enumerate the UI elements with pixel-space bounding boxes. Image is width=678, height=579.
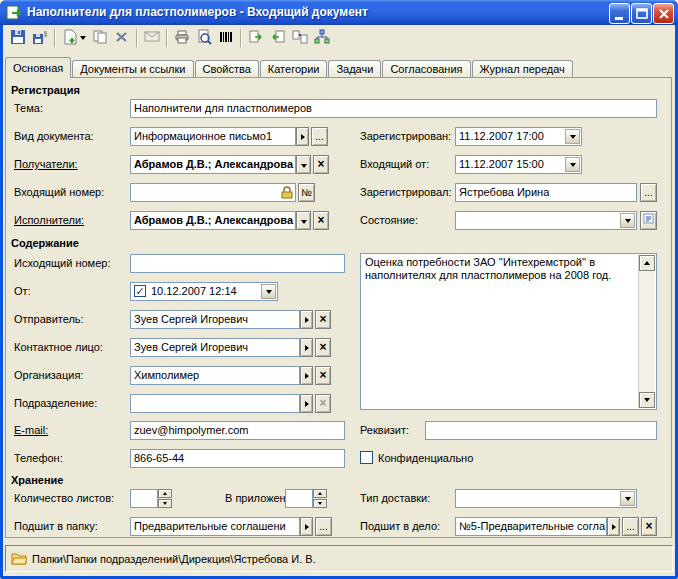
- poluchateli-field[interactable]: Абрамов Д.В.; Александрова: [130, 155, 296, 174]
- ot-date-checkbox[interactable]: ✓: [134, 285, 146, 297]
- tab-soglasovaniya[interactable]: Согласования: [382, 60, 470, 77]
- toolbar-separator: [136, 29, 138, 47]
- kolichestvo-listov-spinner[interactable]: [130, 489, 172, 508]
- otpravitel-select-button[interactable]: [300, 310, 313, 329]
- vhodyashchiy-nomer-field[interactable]: [130, 183, 296, 202]
- vhodyashchiy-ot-field[interactable]: 11.12.2007 15:00: [455, 155, 582, 174]
- poluchateli-dropdown-button[interactable]: [296, 155, 311, 174]
- otpravitel-field[interactable]: Зуев Сергей Игоревич: [130, 310, 300, 329]
- otpravitel-clear-button[interactable]: ×: [315, 310, 331, 329]
- ispolniteli-field[interactable]: Абрамов Д.В.; Александрова: [130, 211, 296, 230]
- tema-field[interactable]: Наполнители для пластполимеров: [130, 99, 657, 118]
- vid-dokumenta-field[interactable]: Информационное письмо1: [130, 127, 296, 146]
- tab-svoystva[interactable]: Свойства: [195, 60, 259, 77]
- ishodyashchiy-nomer-label: Исходящий номер:: [14, 257, 110, 269]
- podrazdelenie-select-button[interactable]: [300, 394, 313, 413]
- scroll-up-button[interactable]: [639, 255, 655, 271]
- vid-select-button[interactable]: [296, 127, 309, 146]
- tab-kategorii[interactable]: Категории: [260, 60, 328, 77]
- zaregistrirovan-dropdown-button[interactable]: [565, 129, 580, 144]
- ispolniteli-label[interactable]: Исполнители:: [14, 214, 84, 226]
- podshit-v-papku-field[interactable]: Предварительные соглашени: [130, 517, 300, 536]
- folder-icon: [11, 551, 27, 567]
- vhodyashchiy-ot-dropdown-button[interactable]: [565, 157, 580, 172]
- select-arrow-icon: [305, 317, 309, 323]
- kolichestvo-listov-label: Количество листов:: [14, 492, 114, 504]
- tab-dokumenty-i-ssylki[interactable]: Документы и ссылки: [72, 60, 193, 77]
- podrazdelenie-label: Подразделение:: [14, 397, 97, 409]
- poluchateli-label[interactable]: Получатели:: [14, 158, 78, 170]
- ispolniteli-clear-button[interactable]: ×: [313, 211, 329, 230]
- organizatsiya-clear-button[interactable]: ×: [315, 366, 331, 385]
- save-list-icon: [32, 29, 48, 48]
- podrazdelenie-clear-button[interactable]: ×: [315, 394, 331, 413]
- zaregistriroval-field[interactable]: Ястребова Ирина: [455, 183, 637, 202]
- ishodyashchiy-nomer-field[interactable]: [130, 254, 345, 273]
- ispolniteli-dropdown-button[interactable]: [296, 211, 311, 230]
- print-preview-button[interactable]: [193, 27, 215, 49]
- papka-more-button[interactable]: ...: [315, 517, 332, 536]
- tab-zadachi[interactable]: Задачи: [328, 60, 381, 77]
- delo-select-button[interactable]: [607, 517, 620, 536]
- podrazdelenie-field[interactable]: [130, 394, 300, 413]
- barcode-button[interactable]: [215, 27, 237, 49]
- organizatsiya-field[interactable]: Химполимер: [130, 366, 300, 385]
- zaregistriroval-more-button[interactable]: ...: [640, 183, 657, 202]
- copy-button[interactable]: [89, 27, 111, 49]
- sheets-up-button[interactable]: [158, 489, 172, 498]
- chevron-down-icon: [644, 398, 650, 402]
- minimize-button[interactable]: [609, 3, 630, 24]
- save-list-button[interactable]: [29, 27, 51, 49]
- poluchateli-clear-button[interactable]: ×: [313, 155, 329, 174]
- tab-zhurnal-peredach[interactable]: Журнал передач: [472, 60, 573, 77]
- ot-date-field[interactable]: ✓ 10.12.2007 12:14: [130, 282, 278, 301]
- konfidentsialno-checkbox[interactable]: [360, 451, 373, 464]
- tip-dostavki-field[interactable]: [455, 489, 637, 508]
- v-prilozhenii-spinner[interactable]: [285, 489, 327, 508]
- send-mail-button[interactable]: [141, 27, 163, 49]
- delete-button[interactable]: [111, 27, 133, 49]
- telefon-field[interactable]: 866-65-44: [130, 449, 345, 468]
- create-on-base-button[interactable]: [59, 27, 89, 49]
- attachment-up-button[interactable]: [313, 489, 327, 498]
- maximize-button[interactable]: [631, 3, 652, 24]
- delo-clear-button[interactable]: ×: [641, 517, 657, 536]
- organizatsiya-select-button[interactable]: [300, 366, 313, 385]
- select-arrow-icon: [301, 134, 305, 140]
- export-icon: [248, 29, 264, 48]
- annotation-memo[interactable]: Оценка потребности ЗАО ''Интехремстрой''…: [360, 253, 657, 410]
- sostoyanie-dropdown-button[interactable]: [620, 213, 635, 228]
- attachment-down-button[interactable]: [313, 499, 327, 508]
- vid-more-button[interactable]: ...: [311, 127, 328, 146]
- assign-number-button[interactable]: №: [298, 183, 315, 202]
- ot-date-dropdown-button[interactable]: [261, 284, 276, 299]
- rekvizit-field[interactable]: [425, 421, 657, 440]
- kontakt-clear-button[interactable]: ×: [315, 338, 331, 357]
- print-button[interactable]: [171, 27, 193, 49]
- tip-dostavki-dropdown-button[interactable]: [620, 491, 635, 506]
- delo-more-button[interactable]: ...: [622, 517, 639, 536]
- tab-osnovnaya[interactable]: Основная: [5, 57, 71, 78]
- titlebar[interactable]: Наполнители для пластполимеров - Входящи…: [0, 0, 678, 25]
- zaregistrirovan-field[interactable]: 11.12.2007 17:00: [455, 127, 582, 146]
- close-button[interactable]: [653, 3, 674, 24]
- email-field[interactable]: zuev@himpolymer.com: [130, 421, 345, 440]
- memo-scrollbar[interactable]: [638, 255, 655, 408]
- sostoyanie-field[interactable]: [455, 211, 637, 230]
- email-label[interactable]: E-mail:: [14, 424, 48, 436]
- kontaktnoe-litso-field[interactable]: Зуев Сергей Игоревич: [130, 338, 300, 357]
- papka-select-button[interactable]: [300, 517, 313, 536]
- section-content: Содержание: [11, 237, 79, 249]
- save-button[interactable]: [7, 27, 29, 49]
- export-button[interactable]: [245, 27, 267, 49]
- import-button[interactable]: [267, 27, 289, 49]
- sostoyanie-history-button[interactable]: [640, 211, 657, 230]
- related-links-button[interactable]: [289, 27, 311, 49]
- chevron-down-icon: [625, 219, 631, 223]
- scroll-down-button[interactable]: [639, 392, 655, 408]
- sheets-down-button[interactable]: [158, 499, 172, 508]
- tema-label: Тема:: [14, 102, 43, 114]
- podshit-v-delo-field[interactable]: №5-Предварительные согла: [455, 517, 607, 536]
- hierarchy-button[interactable]: [311, 27, 333, 49]
- kontakt-select-button[interactable]: [300, 338, 313, 357]
